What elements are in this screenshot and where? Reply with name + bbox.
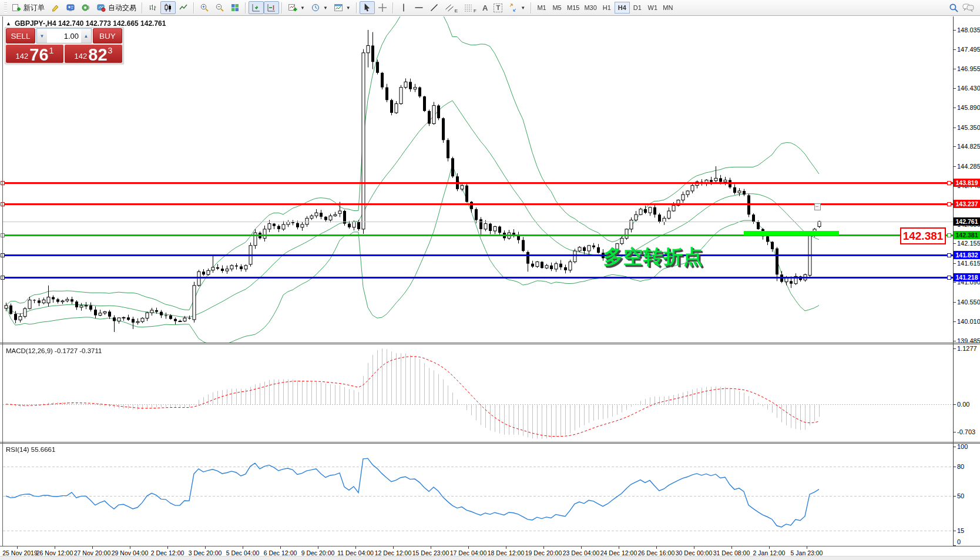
crosshair-tool-button[interactable] xyxy=(375,1,390,14)
timeframe-m15-button[interactable]: M15 xyxy=(565,2,582,14)
dropdown-arrow-icon: ▼ xyxy=(300,5,305,11)
mt4-window: 新订单 自动交易 xyxy=(0,0,980,560)
rsi-value: 55.6661 xyxy=(31,446,56,453)
chart-annotation-text[interactable]: 多空转折点 xyxy=(603,244,703,270)
bar-chart-button[interactable] xyxy=(145,1,160,14)
cursor-tool-button[interactable] xyxy=(360,1,375,14)
tile-windows-button[interactable] xyxy=(227,1,243,14)
price-tick-label: 145.350 xyxy=(957,124,980,131)
rsi-name: RSI(14) xyxy=(6,446,29,453)
line-handle[interactable] xyxy=(947,253,951,257)
horizontal-line-icon xyxy=(414,3,424,12)
expert-advisor-icon xyxy=(66,3,75,12)
macd-label: MACD(12,26,9) -0.1727 -0.3711 xyxy=(6,347,102,354)
horizontal-line-object[interactable] xyxy=(3,182,953,184)
bar-chart-icon xyxy=(148,3,157,12)
zoom-in-button[interactable] xyxy=(197,1,212,14)
arrows-tool-button[interactable]: ▼ xyxy=(505,1,528,14)
price-callout-text: 142.381 xyxy=(903,230,944,243)
sell-button-label: SELL xyxy=(11,32,30,41)
auto-trading-button[interactable]: 自动交易 xyxy=(93,1,139,14)
price-badge: 143.819 xyxy=(954,179,980,187)
text-label-tool-button[interactable]: T xyxy=(491,1,505,14)
line-handle[interactable] xyxy=(947,276,951,280)
timeframe-d1-button[interactable]: D1 xyxy=(630,2,645,14)
line-chart-icon xyxy=(179,3,188,12)
highlight-zone-bar[interactable] xyxy=(744,231,839,236)
price-tick xyxy=(953,243,956,244)
price-tick-label: 144.285 xyxy=(957,163,980,170)
price-tick xyxy=(953,341,956,341)
price-tick xyxy=(953,146,956,147)
horizontal-line-object[interactable] xyxy=(3,203,953,205)
line-chart-button[interactable] xyxy=(176,1,191,14)
timeframe-w1-button[interactable]: W1 xyxy=(645,2,660,14)
horizontal-line-object[interactable] xyxy=(3,254,953,256)
buy-button[interactable]: BUY xyxy=(93,28,122,43)
panel-separator[interactable] xyxy=(0,343,980,343)
panel-separator[interactable] xyxy=(0,443,980,444)
panel-separator[interactable] xyxy=(0,442,980,442)
auto-scroll-icon xyxy=(251,3,261,12)
buy-price-big: 82 xyxy=(88,47,107,62)
volume-input[interactable] xyxy=(47,29,81,43)
arrow-objects-icon xyxy=(508,3,518,12)
price-tick-label: 140.010 xyxy=(957,318,980,325)
chart-shift-button[interactable] xyxy=(264,1,279,14)
text-tool-button[interactable]: A xyxy=(479,1,491,14)
trendline-tool-button[interactable] xyxy=(427,1,442,14)
sell-button[interactable]: SELL xyxy=(6,28,35,43)
chart-left-border xyxy=(2,16,3,546)
line-handle[interactable] xyxy=(947,181,951,185)
price-tick-label: 140.550 xyxy=(957,299,980,306)
volume-decrease-button[interactable]: ▼ xyxy=(37,29,47,43)
price-tick xyxy=(953,69,956,69)
object-anchor-marker[interactable] xyxy=(814,203,821,210)
clock-icon xyxy=(311,3,320,12)
volume-increase-button[interactable]: ▲ xyxy=(81,29,91,43)
timeframe-h1-button[interactable]: H1 xyxy=(599,2,615,14)
fibonacci-tool-button[interactable]: F xyxy=(461,1,479,14)
line-handle[interactable] xyxy=(947,202,951,206)
horizontal-line-object[interactable] xyxy=(3,277,953,279)
indicator-axis-label: 80 xyxy=(957,463,964,470)
templates-button[interactable]: ▼ xyxy=(331,1,354,14)
chat-icon[interactable] xyxy=(962,3,974,12)
timeframe-m5-button[interactable]: M5 xyxy=(549,2,565,14)
sounds-button[interactable] xyxy=(78,1,93,14)
timeframe-mn-button[interactable]: MN xyxy=(660,2,676,14)
periods-button[interactable]: ▼ xyxy=(308,1,331,14)
annotation-text: 多空转折点 xyxy=(603,246,703,267)
sell-price-display[interactable]: 142 76 1 xyxy=(6,45,63,63)
channel-tool-button[interactable]: E xyxy=(442,1,461,14)
price-tick xyxy=(953,302,956,303)
price-tick-label: 144.825 xyxy=(957,143,980,150)
timeframe-h4-button[interactable]: H4 xyxy=(615,2,630,14)
macd-indicator-chart[interactable] xyxy=(3,345,953,442)
indicators-button[interactable]: ▼ xyxy=(285,1,308,14)
styler-button[interactable] xyxy=(48,1,63,14)
candlestick-chart-button[interactable] xyxy=(160,1,176,14)
auto-scroll-button[interactable] xyxy=(249,1,264,14)
triangle-icon: ▲ xyxy=(6,21,11,26)
zoom-out-button[interactable] xyxy=(212,1,227,14)
toolbar: 新订单 自动交易 xyxy=(0,0,980,16)
vertical-line-tool-button[interactable] xyxy=(396,1,411,14)
timeframe-m30-button[interactable]: M30 xyxy=(582,2,599,14)
toolbar-separator xyxy=(281,2,283,14)
new-order-button[interactable]: 新订单 xyxy=(9,1,48,14)
price-tick xyxy=(953,49,956,50)
experts-button[interactable] xyxy=(63,1,78,14)
panel-separator[interactable] xyxy=(0,344,980,344)
horizontal-line-tool-button[interactable] xyxy=(411,1,427,14)
buy-price-display[interactable]: 142 82 3 xyxy=(65,45,122,63)
candlestick-chart[interactable] xyxy=(3,16,953,343)
auto-trading-label: 自动交易 xyxy=(108,3,136,13)
search-icon[interactable] xyxy=(949,3,959,13)
rsi-indicator-chart[interactable] xyxy=(3,444,953,546)
timeframe-m1-button[interactable]: M1 xyxy=(534,2,549,14)
line-handle[interactable] xyxy=(947,233,951,237)
indicator-axis-tick xyxy=(953,432,956,432)
dropdown-arrow-icon: ▼ xyxy=(346,5,351,11)
price-callout-box[interactable]: 142.381 xyxy=(900,227,946,244)
